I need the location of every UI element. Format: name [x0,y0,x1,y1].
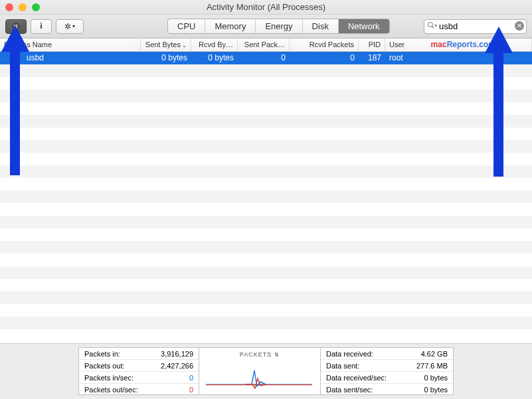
data-panel: Data received:4.62 GB Data sent:277.6 MB… [320,347,454,395]
table-row-empty [0,77,532,90]
data-received-sec-label: Data received/sec: [326,374,387,382]
settings-menu-button[interactable]: ✲▾ [56,19,84,34]
data-received-value: 4.62 GB [421,350,448,358]
packets-out-label: Packets out: [84,362,125,370]
window-controls [5,3,40,11]
table-header: Process Name Sent Bytes⌄ Rcvd By… Sent P… [0,39,532,52]
column-sent-bytes[interactable]: Sent Bytes⌄ [141,39,191,51]
data-sent-label: Data sent: [326,362,359,370]
annotation-arrow-left [1,25,28,178]
packets-out-sec-value: 0 [189,386,193,394]
chevron-down-icon: ▾ [72,23,75,29]
data-sent-value: 277.6 MB [416,362,448,370]
search-menu-caret-icon[interactable]: ▾ [434,23,437,29]
data-received-sec-value: 0 bytes [424,374,448,382]
watermark-mac: mac [431,40,447,49]
packets-in-sec-value: 0 [189,374,193,382]
sparkline-chart [206,366,312,389]
chart-label: PACKETS⇅ [199,351,320,358]
zoom-window-button[interactable] [32,3,40,11]
column-rcvd-bytes[interactable]: Rcvd By… [191,39,238,51]
minimize-window-button[interactable] [19,3,27,11]
svg-point-0 [428,22,433,27]
tab-cpu[interactable]: CPU [168,19,205,33]
column-rcvd-packets[interactable]: Rcvd Packets [290,39,359,51]
table-row[interactable]: usbd 0 bytes 0 bytes 0 0 187 root [0,52,532,64]
tab-segmented-control: CPU Memory Energy Disk Network [167,19,390,34]
column-pid[interactable]: PID [359,39,385,51]
column-label: Sent Bytes [145,40,181,48]
data-sent-sec-label: Data sent/sec: [326,386,373,394]
clear-search-button[interactable]: ✕ [515,21,524,31]
close-window-button[interactable] [5,3,13,11]
footer-stats: Packets in:3,916,129 Packets out:2,427,2… [0,344,532,398]
cell-sent-bytes: 0 bytes [141,52,191,64]
tab-memory[interactable]: Memory [205,19,256,33]
chart-menu-caret-icon: ⇅ [274,353,280,358]
packets-chart-panel[interactable]: PACKETS⇅ [199,347,320,395]
toolbar: ✕ i ✲▾ CPU Memory Energy Disk Network ▾ … [0,15,532,39]
packets-out-value: 2,427,266 [161,362,193,370]
inspect-process-button[interactable]: i [31,19,52,34]
cell-sent-packets: 0 [238,52,290,64]
packets-panel: Packets in:3,916,129 Packets out:2,427,2… [78,347,199,395]
annotation-arrow-right [485,27,511,179]
data-sent-sec-value: 0 bytes [424,386,448,394]
chart-label-text: PACKETS [240,351,272,358]
cell-rcvd-packets: 0 [290,52,359,64]
titlebar: Activity Monitor (All Processes) [0,0,532,15]
cell-pid: 187 [359,52,385,64]
table-row-empty [0,64,532,77]
info-icon: i [40,21,42,31]
packets-in-sec-label: Packets in/sec: [84,374,133,382]
packets-out-sec-label: Packets out/sec: [84,386,138,394]
tab-energy[interactable]: Energy [256,19,302,33]
process-table[interactable]: usbd 0 bytes 0 bytes 0 0 187 root [0,52,532,344]
packets-in-value: 3,916,129 [161,350,193,358]
sort-descending-icon: ⌄ [182,42,187,48]
window-title: Activity Monitor (All Processes) [0,2,532,12]
tab-disk[interactable]: Disk [303,19,339,33]
data-received-label: Data received: [326,350,373,358]
gear-icon: ✲ [64,22,71,31]
packets-in-label: Packets in: [84,350,120,358]
tab-network[interactable]: Network [339,19,389,33]
cell-rcvd-bytes: 0 bytes [191,52,238,64]
column-sent-packets[interactable]: Sent Pack… [238,39,290,51]
